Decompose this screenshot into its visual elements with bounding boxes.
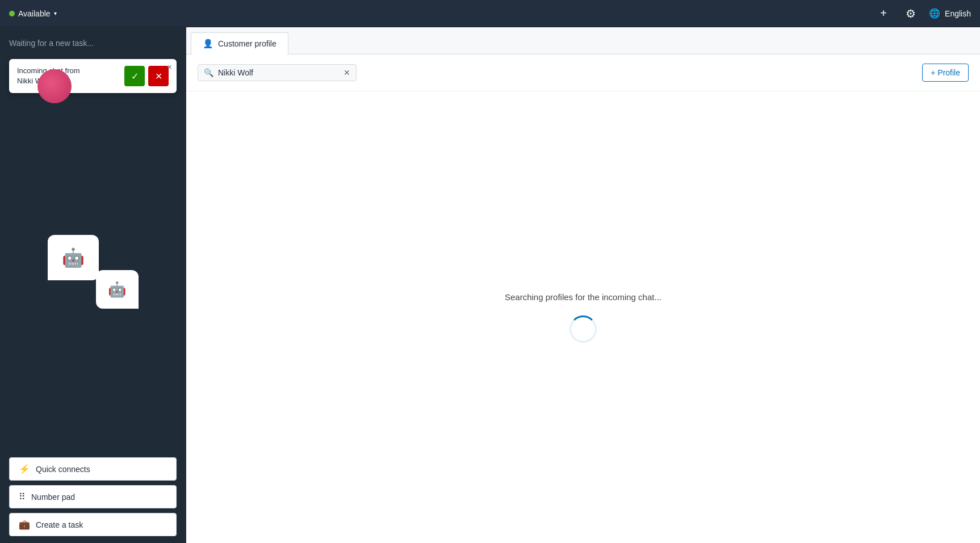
- add-button[interactable]: +: [874, 5, 893, 23]
- create-task-button[interactable]: 💼 Create a task: [9, 513, 177, 536]
- chat-bubble-small: 🤖: [96, 270, 139, 309]
- settings-button[interactable]: ⚙: [902, 5, 920, 23]
- globe-icon: 🌐: [929, 8, 940, 19]
- add-profile-button[interactable]: + Profile: [922, 64, 969, 82]
- topbar-language[interactable]: 🌐 English: [929, 8, 971, 19]
- customer-profile-tab-icon: 👤: [203, 39, 213, 49]
- main-layout: Waiting for a new task... Incoming chat …: [0, 27, 980, 543]
- quick-connects-button[interactable]: ⚡ Quick connects: [9, 457, 177, 481]
- chevron-down-icon: ▾: [54, 10, 57, 16]
- sidebar-bottom: ⚡ Quick connects ⠿ Number pad 💼 Create a…: [0, 451, 186, 543]
- bubble-face-large: 🤖: [62, 247, 85, 268]
- waiting-text: Waiting for a new task...: [0, 27, 186, 59]
- incoming-section: Incoming chat from Nikki Wolf ✓ ✕ ×: [0, 59, 186, 93]
- chat-bubble-large: 🤖: [48, 235, 99, 280]
- search-clear-button[interactable]: ✕: [344, 68, 350, 77]
- topbar-actions: + ⚙: [874, 5, 920, 23]
- loading-text: Searching profiles for the incoming chat…: [505, 292, 661, 302]
- reject-chat-button[interactable]: ✕: [148, 66, 169, 86]
- content-area: 👤 Customer profile 🔍 ✕ + Profile Searchi…: [186, 27, 980, 543]
- tab-customer-profile[interactable]: 👤 Customer profile: [191, 32, 288, 54]
- create-task-icon: 💼: [19, 519, 30, 530]
- topbar-left: Available ▾: [9, 9, 874, 18]
- decorative-circle: [37, 69, 72, 103]
- accept-chat-button[interactable]: ✓: [124, 66, 145, 86]
- status-selector[interactable]: Available ▾: [9, 9, 57, 18]
- chat-bubbles: 🤖 🤖: [48, 235, 139, 309]
- close-card-button[interactable]: ×: [167, 62, 172, 71]
- add-profile-label: + Profile: [931, 68, 960, 77]
- chat-illustration: 🤖 🤖: [0, 93, 186, 451]
- number-pad-button[interactable]: ⠿ Number pad: [9, 485, 177, 508]
- loading-spinner: [569, 315, 597, 343]
- search-input-wrapper: 🔍 ✕: [198, 64, 357, 81]
- bubble-face-small: 🤖: [108, 281, 126, 298]
- language-label: English: [945, 9, 971, 18]
- quick-connects-icon: ⚡: [19, 464, 30, 474]
- search-icon: 🔍: [204, 68, 213, 77]
- search-input[interactable]: [218, 68, 339, 77]
- sidebar: Waiting for a new task... Incoming chat …: [0, 27, 186, 543]
- number-pad-icon: ⠿: [19, 491, 26, 502]
- tab-bar: 👤 Customer profile: [186, 27, 980, 54]
- loading-area: Searching profiles for the incoming chat…: [186, 91, 980, 543]
- status-dot: [9, 11, 15, 16]
- topbar: Available ▾ + ⚙ 🌐 English: [0, 0, 980, 27]
- incoming-chat-card: Incoming chat from Nikki Wolf ✓ ✕ ×: [9, 59, 177, 93]
- incoming-chat-actions: ✓ ✕: [124, 66, 169, 86]
- status-label: Available: [18, 9, 51, 18]
- search-area: 🔍 ✕ + Profile: [186, 54, 980, 91]
